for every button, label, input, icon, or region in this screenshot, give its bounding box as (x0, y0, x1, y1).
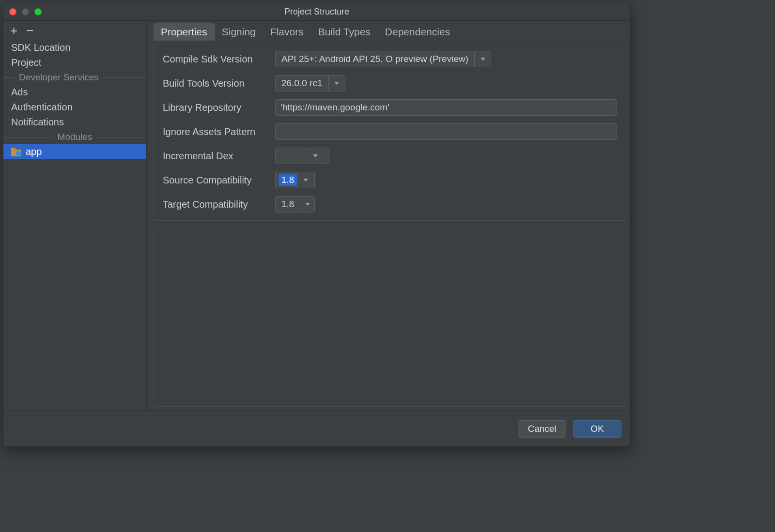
sidebar-item-ads[interactable]: Ads (3, 85, 146, 100)
sidebar-item-sdk-location[interactable]: SDK Location (3, 40, 146, 55)
main-panel: Properties Signing Flavors Build Types D… (150, 21, 630, 410)
chevron-down-icon (474, 51, 491, 67)
build-tools-label: Build Tools Version (163, 78, 275, 89)
ok-button[interactable]: OK (573, 420, 621, 438)
incremental-dex-combo[interactable] (275, 148, 329, 164)
chevron-down-icon (297, 172, 313, 188)
sidebar-item-label: app (26, 146, 42, 157)
tab-dependencies[interactable]: Dependencies (378, 23, 457, 41)
tab-bar: Properties Signing Flavors Build Types D… (150, 22, 630, 41)
sidebar-header-modules: Modules (3, 130, 146, 144)
sidebar-toolbar: + − (3, 21, 146, 40)
module-icon (11, 148, 22, 156)
compile-sdk-value: API 25+: Android API 25, O preview (Prev… (276, 51, 474, 67)
svg-rect-2 (16, 152, 21, 155)
library-repo-label: Library Repository (163, 102, 275, 113)
chevron-down-icon (307, 148, 323, 164)
sidebar-item-notifications[interactable]: Notifications (3, 115, 146, 130)
sidebar-item-module-app[interactable]: app (3, 144, 146, 159)
tab-signing[interactable]: Signing (215, 23, 263, 41)
incremental-dex-value (276, 148, 307, 164)
incremental-dex-label: Incremental Dex (163, 151, 275, 162)
dialog-footer: Cancel OK (3, 410, 630, 446)
sidebar: + − SDK Location Project Developer Servi… (3, 21, 147, 410)
build-tools-value: 26.0.0 rc1 (276, 76, 328, 91)
sidebar-list: SDK Location Project Developer Services … (3, 40, 146, 410)
tab-flavors[interactable]: Flavors (263, 23, 311, 41)
remove-module-button[interactable]: − (26, 24, 33, 37)
close-window-icon[interactable] (9, 8, 16, 15)
ignore-assets-label: Ignore Assets Pattern (163, 126, 275, 137)
chevron-down-icon (328, 76, 345, 91)
minimize-window-icon[interactable] (22, 8, 29, 15)
zoom-window-icon[interactable] (34, 8, 42, 15)
sidebar-header-label: Developer Services (19, 72, 99, 83)
target-compat-value: 1.8 (276, 197, 300, 212)
source-compat-combo[interactable]: 1.8 (275, 172, 315, 188)
sidebar-header-developer-services: Developer Services (3, 70, 146, 85)
target-compat-label: Target Compatibility (163, 199, 275, 210)
source-compat-value: 1.8 (279, 174, 297, 186)
tab-build-types[interactable]: Build Types (311, 23, 378, 41)
chevron-down-icon (300, 197, 314, 212)
project-structure-window: Project Structure + − SDK Location Proje… (3, 3, 631, 447)
sidebar-item-project[interactable]: Project (3, 55, 146, 70)
cancel-button[interactable]: Cancel (518, 420, 566, 438)
properties-form: Compile Sdk Version API 25+: Android API… (154, 41, 626, 221)
details-panel (154, 225, 626, 407)
compile-sdk-label: Compile Sdk Version (163, 54, 275, 65)
source-compat-label: Source Compatibility (163, 175, 275, 186)
svg-rect-1 (11, 148, 16, 151)
sidebar-item-authentication[interactable]: Authentication (3, 100, 146, 115)
window-controls (9, 8, 42, 15)
library-repo-input[interactable] (275, 99, 617, 116)
build-tools-combo[interactable]: 26.0.0 rc1 (275, 75, 345, 91)
ignore-assets-input[interactable] (275, 123, 617, 140)
add-module-button[interactable]: + (10, 24, 17, 37)
titlebar: Project Structure (3, 3, 630, 21)
window-title: Project Structure (3, 7, 630, 17)
tab-properties[interactable]: Properties (154, 23, 215, 41)
compile-sdk-combo[interactable]: API 25+: Android API 25, O preview (Prev… (275, 51, 491, 67)
target-compat-combo[interactable]: 1.8 (275, 196, 315, 213)
sidebar-header-label: Modules (58, 132, 93, 142)
